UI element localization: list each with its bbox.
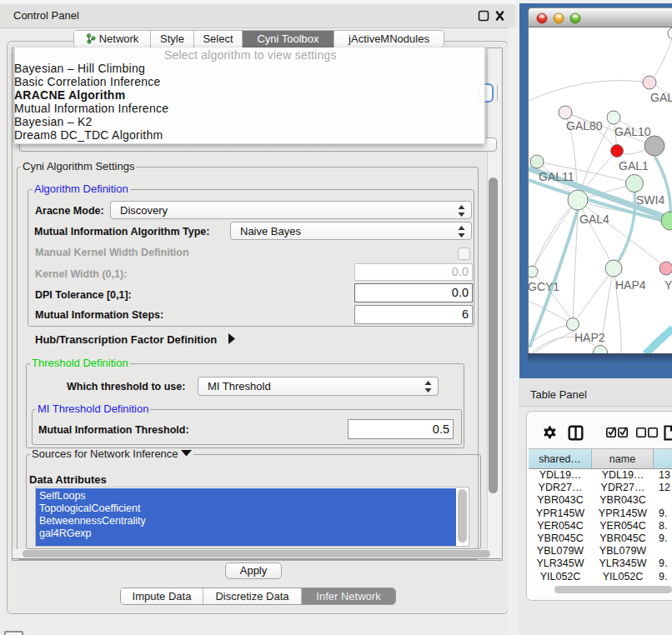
svg-text:HAP4: HAP4 <box>615 278 646 292</box>
svg-text:GCY1: GCY1 <box>529 280 559 293</box>
svg-text:GAL1: GAL1 <box>619 159 649 172</box>
svg-text:GAL80: GAL80 <box>566 119 603 132</box>
svg-text:GAL4: GAL4 <box>579 212 609 226</box>
svg-text:GAL11: GAL11 <box>539 170 574 183</box>
svg-text:SWI4: SWI4 <box>636 193 664 207</box>
svg-text:GAL7: GAL7 <box>650 91 672 104</box>
svg-text:YP: YP <box>664 278 672 292</box>
svg-text:GAL10: GAL10 <box>614 125 651 138</box>
svg-text:HAP2: HAP2 <box>574 331 605 344</box>
